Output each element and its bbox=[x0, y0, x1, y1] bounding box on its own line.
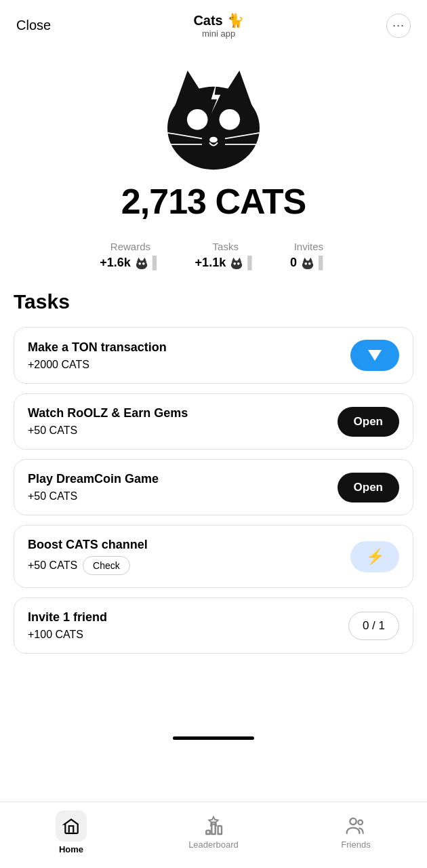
more-button[interactable]: ··· bbox=[386, 14, 411, 38]
task-info-invite: Invite 1 friend +100 CATS bbox=[28, 610, 348, 641]
svg-point-4 bbox=[220, 109, 241, 130]
stats-row: Rewards +1.6k ▌ Tasks +1.1k bbox=[0, 241, 427, 270]
leaderboard-nav-label: Leaderboard bbox=[188, 840, 239, 850]
cat-emoji-icon: 🐈 bbox=[227, 12, 244, 28]
svg-point-18 bbox=[234, 262, 237, 265]
stat-tasks-label: Tasks bbox=[195, 241, 256, 252]
task-reward-ton: +2000 CATS bbox=[28, 359, 89, 371]
task-card-boost: Boost CATS channel +50 CATS Check ⚡ bbox=[14, 525, 413, 588]
stat-rewards-value: +1.6k ▌ bbox=[100, 255, 161, 270]
cat-mini-icon-3 bbox=[300, 255, 315, 270]
svg-point-17 bbox=[231, 260, 243, 269]
svg-point-22 bbox=[302, 260, 314, 269]
stat-rewards-number: +1.6k bbox=[100, 256, 131, 270]
stat-invites-number: 0 bbox=[290, 256, 297, 270]
stat-invites-value: 0 ▌ bbox=[290, 255, 327, 270]
more-dots-icon: ··· bbox=[392, 18, 405, 33]
stat-tasks-value: +1.1k ▌ bbox=[195, 255, 256, 270]
task-card-invite: Invite 1 friend +100 CATS 0 / 1 bbox=[14, 597, 413, 654]
task-reward-invite: +100 CATS bbox=[28, 629, 83, 641]
tasks-heading: Tasks bbox=[14, 290, 413, 313]
svg-point-3 bbox=[187, 109, 208, 130]
stat-rewards-label: Rewards bbox=[100, 241, 161, 252]
home-indicator bbox=[173, 736, 254, 740]
open-dreamcoin-button[interactable]: Open bbox=[338, 473, 399, 502]
ton-triangle-icon bbox=[368, 350, 382, 361]
stat-rewards-bar: ▌ bbox=[152, 256, 161, 270]
task-title-dreamcoin: Play DreamCoin Game bbox=[28, 472, 338, 486]
home-icon bbox=[62, 817, 80, 835]
svg-point-12 bbox=[136, 260, 148, 269]
stat-invites: Invites 0 ▌ bbox=[290, 241, 327, 270]
svg-point-24 bbox=[308, 262, 311, 265]
stat-tasks: Tasks +1.1k ▌ bbox=[195, 241, 256, 270]
task-reward-roolz: +50 CATS bbox=[28, 425, 77, 437]
task-title-invite: Invite 1 friend bbox=[28, 610, 348, 625]
app-title-center: Cats 🐈 mini app bbox=[193, 12, 243, 39]
ton-action-button[interactable] bbox=[350, 340, 399, 371]
app-subtitle: mini app bbox=[193, 28, 243, 39]
task-reward-boost: +50 CATS bbox=[28, 559, 77, 572]
bottom-nav: Home Leaderboard Friends bbox=[0, 802, 427, 868]
task-card-dreamcoin: Play DreamCoin Game +50 CATS Open bbox=[14, 459, 413, 515]
friends-icon bbox=[345, 815, 367, 837]
title-text: Cats bbox=[193, 13, 222, 28]
svg-point-14 bbox=[142, 262, 145, 265]
stat-invites-label: Invites bbox=[290, 241, 327, 252]
stat-rewards: Rewards +1.6k ▌ bbox=[100, 241, 161, 270]
leaderboard-icon bbox=[203, 815, 224, 837]
open-roolz-button[interactable]: Open bbox=[338, 407, 399, 437]
friends-nav-label: Friends bbox=[341, 840, 370, 850]
task-reward-row-roolz: +50 CATS bbox=[28, 425, 338, 437]
cat-logo-icon bbox=[156, 59, 271, 174]
task-reward-row-dreamcoin: +50 CATS bbox=[28, 490, 338, 502]
hero-section: 2,713 CATS bbox=[0, 45, 427, 229]
svg-point-13 bbox=[138, 262, 141, 265]
task-info-dreamcoin: Play DreamCoin Game +50 CATS bbox=[28, 472, 338, 502]
stat-invites-bar: ▌ bbox=[319, 256, 327, 270]
task-title-roolz: Watch RoOLZ & Earn Gems bbox=[28, 406, 338, 420]
tasks-section: Tasks Make a TON transaction +2000 CATS … bbox=[0, 290, 427, 654]
check-button-boost[interactable]: Check bbox=[83, 556, 130, 575]
task-info-roolz: Watch RoOLZ & Earn Gems +50 CATS bbox=[28, 406, 338, 437]
close-button[interactable]: Close bbox=[16, 18, 51, 33]
task-reward-row-boost: +50 CATS Check bbox=[28, 556, 350, 575]
nav-item-friends[interactable]: Friends bbox=[329, 815, 383, 850]
home-nav-label: Home bbox=[59, 844, 83, 854]
nav-item-leaderboard[interactable]: Leaderboard bbox=[186, 815, 241, 850]
task-title-boost: Boost CATS channel bbox=[28, 538, 350, 552]
task-title-ton: Make a TON transaction bbox=[28, 340, 350, 355]
app-title: Cats 🐈 bbox=[193, 12, 243, 28]
svg-point-25 bbox=[350, 818, 356, 825]
cat-mini-icon-2 bbox=[229, 255, 244, 270]
task-card-roolz: Watch RoOLZ & Earn Gems +50 CATS Open bbox=[14, 393, 413, 450]
nav-item-home[interactable]: Home bbox=[44, 810, 98, 854]
lightning-icon: ⚡ bbox=[366, 548, 384, 566]
cat-mini-icon bbox=[134, 255, 149, 270]
progress-button-invite[interactable]: 0 / 1 bbox=[348, 612, 399, 640]
svg-point-26 bbox=[358, 820, 363, 825]
task-info-boost: Boost CATS channel +50 CATS Check bbox=[28, 538, 350, 575]
svg-point-5 bbox=[209, 137, 218, 143]
task-card-ton: Make a TON transaction +2000 CATS bbox=[14, 327, 413, 384]
svg-point-23 bbox=[304, 262, 307, 265]
stat-tasks-number: +1.1k bbox=[195, 256, 226, 270]
task-reward-row-invite: +100 CATS bbox=[28, 629, 348, 641]
total-cats-display: 2,713 CATS bbox=[121, 181, 306, 222]
home-icon-bg bbox=[56, 810, 87, 842]
top-bar: Close Cats 🐈 mini app ··· bbox=[0, 0, 427, 45]
task-reward-dreamcoin: +50 CATS bbox=[28, 490, 77, 502]
task-info-ton: Make a TON transaction +2000 CATS bbox=[28, 340, 350, 371]
svg-point-19 bbox=[237, 262, 240, 265]
boost-action-button[interactable]: ⚡ bbox=[350, 541, 399, 572]
stat-tasks-bar: ▌ bbox=[247, 256, 256, 270]
task-reward-row-ton: +2000 CATS bbox=[28, 359, 350, 371]
